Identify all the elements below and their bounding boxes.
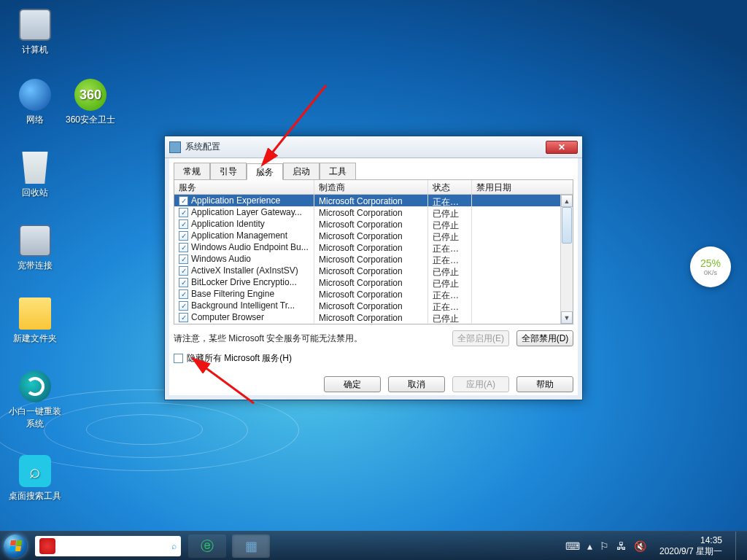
disable-all-button[interactable]: 全部禁用(D) xyxy=(516,330,573,346)
service-manufacturer: Microsoft Corporation xyxy=(314,265,428,276)
service-disabled-date xyxy=(472,300,542,311)
service-name: Background Intelligent Tr... xyxy=(191,300,295,311)
service-checkbox[interactable]: ✓ xyxy=(179,254,188,264)
globe-icon xyxy=(19,79,51,111)
tab-tools[interactable]: 工具 xyxy=(320,163,356,179)
chevron-up-icon[interactable]: ▴ xyxy=(587,540,592,552)
windows-logo-icon xyxy=(9,540,21,551)
service-status: 已停止 xyxy=(428,206,472,218)
service-row[interactable]: ✓Base Filtering EngineMicrosoft Corporat… xyxy=(174,288,573,300)
keyboard-icon[interactable]: ⌨ xyxy=(565,540,580,552)
service-row[interactable]: ✓Windows Audio Endpoint Bu...Microsoft C… xyxy=(174,241,573,253)
service-status: 已停止 xyxy=(428,230,472,241)
taskbar-clock[interactable]: 14:35 2020/9/7 星期一 xyxy=(654,535,728,556)
service-status: 已停止 xyxy=(428,276,472,288)
cancel-button[interactable]: 取消 xyxy=(388,376,445,392)
hide-ms-services-checkbox[interactable] xyxy=(174,354,183,363)
service-name: Base Filtering Engine xyxy=(191,289,274,299)
icon-label: 桌面搜索工具 xyxy=(7,490,63,502)
service-status: 已停止 xyxy=(428,311,472,323)
service-status: 已停止 xyxy=(428,265,472,276)
hide-ms-services-label: 隐藏所有 Microsoft 服务(H) xyxy=(187,352,292,365)
baidu-icon xyxy=(39,538,55,554)
computer-icon xyxy=(19,9,51,41)
show-desktop-button[interactable] xyxy=(735,532,743,561)
desktop-icon-recycle-bin[interactable]: 回收站 xyxy=(7,152,63,199)
tab-startup[interactable]: 启动 xyxy=(283,163,320,179)
col-status[interactable]: 状态 xyxy=(428,180,472,194)
dialog-title: 系统配置 xyxy=(185,141,546,153)
desktop-icon-360safe[interactable]: 360360安全卫士 xyxy=(63,79,118,126)
service-name: Computer Browser xyxy=(191,312,264,322)
service-row[interactable]: ✓Background Intelligent Tr...Microsoft C… xyxy=(174,300,573,311)
service-checkbox[interactable]: ✓ xyxy=(179,313,188,322)
service-checkbox[interactable]: ✓ xyxy=(179,301,188,311)
col-service[interactable]: 服务 xyxy=(174,180,314,194)
tab-strip: 常规 引导 服务 启动 工具 xyxy=(174,163,573,180)
taskbar-searchbox[interactable]: ⌕ xyxy=(35,536,181,556)
desktop-icon-network[interactable]: 网络 xyxy=(7,79,63,126)
scroll-thumb[interactable] xyxy=(562,207,572,244)
service-manufacturer: Microsoft Corporation xyxy=(314,311,428,323)
service-checkbox[interactable]: ✓ xyxy=(179,243,188,252)
service-name: Application Experience xyxy=(191,195,280,206)
service-status: 正在运行 xyxy=(428,300,472,311)
service-row[interactable]: ✓Application ManagementMicrosoft Corpora… xyxy=(174,230,573,241)
volume-muted-icon[interactable]: 🔇 xyxy=(634,540,646,552)
help-button[interactable]: 帮助 xyxy=(516,376,573,392)
service-checkbox[interactable]: ✓ xyxy=(179,196,188,206)
vertical-scrollbar[interactable]: ▲ ▼ xyxy=(560,195,573,324)
desktop-icon-search-tool[interactable]: ⌕桌面搜索工具 xyxy=(7,455,63,502)
ok-button[interactable]: 确定 xyxy=(324,376,381,392)
close-button[interactable]: ✕ xyxy=(546,141,578,154)
usage-percent: 25% xyxy=(700,257,721,269)
modem-icon xyxy=(19,225,51,257)
icon-label: 计算机 xyxy=(7,44,63,56)
refresh-icon xyxy=(19,370,51,402)
service-row[interactable]: ✓ActiveX Installer (AxInstSV)Microsoft C… xyxy=(174,265,573,276)
scroll-down-icon[interactable]: ▼ xyxy=(561,311,573,324)
dialog-titlebar[interactable]: 系统配置 ✕ xyxy=(165,136,582,158)
service-status: 正在运行 xyxy=(428,241,472,253)
apply-button: 应用(A) xyxy=(452,376,509,392)
tab-services[interactable]: 服务 xyxy=(247,163,283,180)
service-checkbox[interactable]: ✓ xyxy=(179,278,188,287)
app-icon xyxy=(169,141,181,153)
service-manufacturer: Microsoft Corporation xyxy=(314,195,428,206)
service-row[interactable]: ✓Windows AudioMicrosoft Corporation正在运行 xyxy=(174,253,573,265)
scroll-up-icon[interactable]: ▲ xyxy=(561,195,573,207)
desktop-icon-reinstall-tool[interactable]: 小白一键重装 系统 xyxy=(7,370,63,430)
col-disabled-date[interactable]: 禁用日期 xyxy=(472,180,542,194)
service-checkbox[interactable]: ✓ xyxy=(179,231,188,241)
service-manufacturer: Microsoft Corporation xyxy=(314,230,428,241)
service-status: 正在运行 xyxy=(428,253,472,265)
service-disabled-date xyxy=(472,241,542,253)
clock-time: 14:35 xyxy=(659,535,722,545)
service-checkbox[interactable]: ✓ xyxy=(179,289,188,299)
service-checkbox[interactable]: ✓ xyxy=(179,266,188,276)
tab-general[interactable]: 常规 xyxy=(174,163,210,179)
service-row[interactable]: ✓Application ExperienceMicrosoft Corpora… xyxy=(174,195,573,206)
service-row[interactable]: ✓Application IdentityMicrosoft Corporati… xyxy=(174,218,573,230)
service-row[interactable]: ✓Application Layer Gateway...Microsoft C… xyxy=(174,206,573,218)
folder-icon xyxy=(19,298,51,330)
desktop-icon-new-folder[interactable]: 新建文件夹 xyxy=(7,298,63,345)
tab-boot[interactable]: 引导 xyxy=(210,163,247,179)
service-row[interactable]: ✓Computer BrowserMicrosoft Corporation已停… xyxy=(174,311,573,323)
service-checkbox[interactable]: ✓ xyxy=(179,219,188,229)
network-tray-icon[interactable]: 🖧 xyxy=(616,540,627,552)
performance-float-ball[interactable]: 25% 0K/s xyxy=(690,246,731,287)
flag-icon[interactable]: ⚐ xyxy=(600,540,609,552)
start-button[interactable] xyxy=(0,532,31,561)
service-name: Windows Audio Endpoint Bu... xyxy=(191,242,309,252)
desktop-icon-computer[interactable]: 计算机 xyxy=(7,9,63,56)
desktop-icon-broadband[interactable]: 宽带连接 xyxy=(7,225,63,272)
service-checkbox[interactable]: ✓ xyxy=(179,208,188,217)
taskbar-item-browser[interactable]: ⓔ xyxy=(185,532,229,561)
service-name: ActiveX Installer (AxInstSV) xyxy=(191,265,298,276)
col-manufacturer[interactable]: 制造商 xyxy=(314,180,428,194)
column-headers[interactable]: 服务 制造商 状态 禁用日期 xyxy=(174,180,573,195)
service-disabled-date xyxy=(472,230,542,241)
service-row[interactable]: ✓BitLocker Drive Encryptio...Microsoft C… xyxy=(174,276,573,288)
taskbar-item-msconfig[interactable]: ▦ xyxy=(229,532,273,561)
